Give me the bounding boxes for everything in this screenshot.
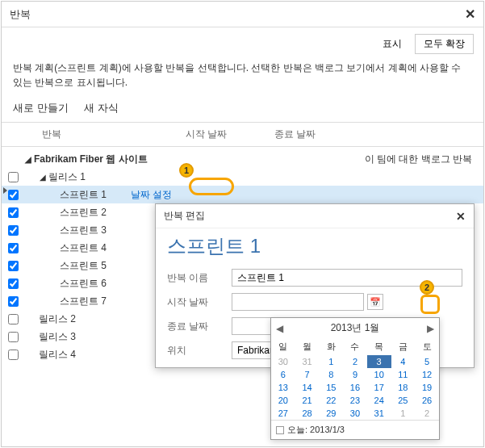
popup-close-icon[interactable]: ✕ [456, 210, 466, 223]
calendar-day[interactable]: 27 [271, 407, 295, 420]
iteration-name: 스프린트 7 [60, 295, 107, 308]
calendar-grid: 일월화수목금토 30311234567891011121314151617181… [271, 338, 439, 420]
tree-row[interactable]: ◢릴리스 1 [2, 168, 483, 186]
today-marker-icon [276, 426, 284, 434]
calendar-day[interactable]: 29 [319, 407, 343, 420]
calendar-day[interactable]: 22 [319, 394, 343, 407]
calendar-day[interactable]: 13 [271, 381, 295, 394]
calendar-day[interactable]: 10 [367, 368, 391, 381]
iteration-checkbox[interactable] [8, 190, 19, 200]
col-start: 시작 날짜 [186, 128, 274, 141]
show-button[interactable]: 표시 [374, 34, 410, 54]
calendar-day[interactable]: 1 [319, 355, 343, 368]
iteration-checkbox[interactable] [8, 278, 19, 289]
backlog-note: 이 팀에 대한 백로그 반복 [365, 153, 483, 166]
iteration-name: 릴리스 4 [39, 348, 76, 362]
start-date-input[interactable] [232, 293, 364, 311]
iteration-checkbox[interactable] [8, 207, 19, 218]
name-label: 반복 이름 [167, 271, 232, 285]
titlebar: 반복 ✕ [2, 2, 483, 27]
calendar-day[interactable]: 4 [391, 355, 416, 368]
calendar-day[interactable]: 25 [391, 394, 416, 407]
calendar-day[interactable]: 19 [415, 381, 439, 394]
iteration-name: 스프린트 1 [60, 188, 107, 202]
top-buttons: 표시 모두 확장 [2, 27, 483, 57]
prev-month-icon[interactable]: ◀ [276, 323, 283, 334]
iteration-checkbox[interactable] [8, 314, 19, 324]
next-month-icon[interactable]: ▶ [427, 323, 434, 334]
calendar-day[interactable]: 5 [415, 355, 439, 368]
datepicker: ◀ 2013년 1월 ▶ 일월화수목금토 3031123456789101112… [270, 317, 440, 440]
calendar-day[interactable]: 31 [367, 407, 391, 420]
calendar-day[interactable]: 14 [295, 381, 320, 394]
dow-header: 금 [391, 338, 416, 355]
column-headers: 반복 시작 날짜 종료 날짜 [2, 122, 483, 147]
popup-heading: 스프린트 1 [156, 228, 474, 267]
set-date-link[interactable]: 날짜 설정 [131, 188, 172, 202]
loc-label: 위치 [167, 344, 232, 358]
calendar-day[interactable]: 31 [295, 355, 320, 368]
iteration-name: 스프린트 5 [60, 259, 107, 273]
expand-icon[interactable]: ◢ [24, 155, 32, 164]
expand-icon[interactable]: ◢ [39, 173, 47, 182]
calendar-day[interactable]: 24 [367, 394, 391, 407]
calendar-day[interactable]: 30 [343, 407, 367, 420]
iteration-checkbox[interactable] [8, 172, 19, 182]
end-label: 종료 날짜 [167, 320, 232, 333]
calendar-day[interactable]: 9 [343, 368, 367, 381]
iteration-checkbox[interactable] [8, 261, 19, 271]
new-button[interactable]: 새로 만들기 [13, 102, 69, 114]
iteration-checkbox[interactable] [8, 225, 19, 236]
calendar-icon[interactable]: 📅 [367, 294, 383, 310]
calendar-day[interactable]: 2 [415, 407, 439, 420]
callout-1: 1 [179, 163, 194, 178]
calendar-day[interactable]: 15 [319, 381, 343, 394]
iteration-name: 스프린트 3 [60, 224, 107, 237]
iteration-checkbox[interactable] [8, 350, 19, 360]
calendar-day[interactable]: 28 [295, 407, 320, 420]
calendar-day[interactable]: 11 [391, 368, 416, 381]
calendar-day[interactable]: 16 [343, 381, 367, 394]
dow-header: 토 [415, 338, 439, 355]
calendar-day[interactable]: 23 [343, 394, 367, 407]
dow-header: 목 [367, 338, 391, 355]
iteration-checkbox[interactable] [8, 332, 19, 342]
calendar-day[interactable]: 26 [415, 394, 439, 407]
highlight-ring-1 [189, 178, 234, 195]
iteration-name: 릴리스 2 [39, 312, 76, 326]
dow-header: 일 [271, 338, 295, 355]
calendar-day[interactable]: 12 [415, 368, 439, 381]
iteration-checkbox[interactable] [8, 243, 19, 253]
col-end: 종료 날짜 [274, 128, 347, 141]
calendar-day[interactable]: 2 [343, 355, 367, 368]
today-label: 오늘: 2013/1/3 [287, 424, 345, 436]
expand-all-button[interactable]: 모두 확장 [415, 34, 474, 54]
row-caret-icon [3, 187, 7, 194]
iteration-name: 릴리스 3 [39, 330, 76, 344]
calendar-day[interactable]: 1 [391, 407, 416, 420]
calendar-day[interactable]: 20 [271, 394, 295, 407]
calendar-day[interactable]: 7 [295, 368, 320, 381]
toolbar: 새로 만들기 새 자식 [2, 98, 483, 122]
popup-titlebar: 반복 편집 ✕ [156, 204, 474, 228]
tree-row[interactable]: 스프린트 1날짜 설정 [2, 186, 483, 203]
highlight-ring-2 [420, 295, 440, 314]
tree-root[interactable]: ◢ Fabrikam Fiber 웹 사이트 이 팀에 대한 백로그 반복 [2, 150, 483, 168]
iteration-name: 스프린트 2 [60, 206, 107, 220]
calendar-day[interactable]: 17 [367, 381, 391, 394]
dialog-title: 반복 [10, 7, 31, 22]
dow-header: 수 [343, 338, 367, 355]
calendar-day[interactable]: 21 [295, 394, 320, 407]
calendar-day[interactable]: 30 [271, 355, 295, 368]
month-label: 2013년 1월 [331, 321, 380, 335]
calendar-day[interactable]: 8 [319, 368, 343, 381]
calendar-day[interactable]: 3 [367, 355, 391, 368]
calendar-day[interactable]: 6 [271, 368, 295, 381]
iteration-checkbox[interactable] [8, 296, 19, 307]
root-name: Fabrikam Fiber 웹 사이트 [34, 153, 148, 166]
close-icon[interactable]: ✕ [465, 6, 475, 22]
today-footer[interactable]: 오늘: 2013/1/3 [271, 420, 439, 439]
new-child-button[interactable]: 새 자식 [84, 102, 119, 114]
calendar-day[interactable]: 18 [391, 381, 416, 394]
iteration-name: 릴리스 1 [48, 170, 86, 184]
